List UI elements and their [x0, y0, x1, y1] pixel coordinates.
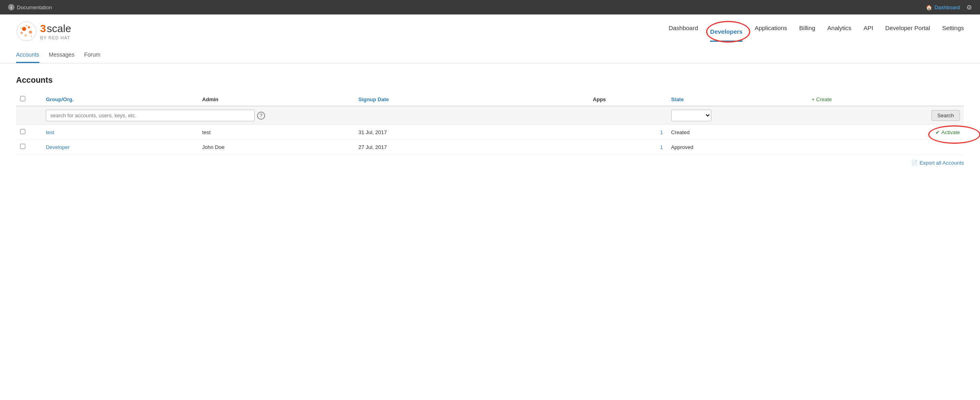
logo-icon	[16, 21, 37, 42]
col-header-apps: Apps	[589, 93, 667, 106]
header-top: 3scale BY RED HAT Dashboard Developers A…	[16, 21, 964, 42]
main-nav: Dashboard Developers Applications Billin…	[669, 24, 964, 38]
row-apps-developer: 1	[589, 140, 667, 155]
table-row: test test 31 Jul, 2017 1 Created ✔ Activ…	[16, 125, 964, 140]
svg-point-4	[29, 31, 32, 34]
row-admin-test: test	[198, 125, 354, 140]
search-input-wrap: ?	[46, 110, 585, 121]
page-title: Accounts	[16, 76, 964, 85]
nav-analytics[interactable]: Analytics	[827, 24, 851, 38]
logo-brand: BY RED HAT	[40, 35, 71, 40]
subnav-messages[interactable]: Messages	[49, 51, 75, 63]
row-signup-test: 31 Jul, 2017	[354, 125, 589, 140]
svg-point-3	[20, 32, 23, 34]
row-state-developer: Approved	[667, 140, 808, 155]
accounts-table: Group/Org. Admin Signup Date Apps State …	[16, 93, 964, 155]
svg-point-8	[26, 25, 27, 27]
account-link-developer[interactable]: Developer	[46, 144, 69, 150]
col-header-signup[interactable]: Signup Date	[354, 93, 589, 106]
help-icon[interactable]: ?	[257, 112, 265, 120]
export-row: 📄 Export all Accounts	[16, 155, 964, 166]
search-check-cell	[16, 106, 42, 125]
table-header-row: Group/Org. Admin Signup Date Apps State …	[16, 93, 964, 106]
top-bar-right: 🏠 Dashboard ⚙	[926, 4, 972, 11]
search-state-cell: Created Approved Rejected	[667, 106, 808, 125]
apps-link-developer[interactable]: 1	[660, 144, 663, 150]
nav-dashboard[interactable]: Dashboard	[669, 24, 698, 38]
col-header-action: + Create	[808, 93, 964, 106]
top-bar-dashboard-link[interactable]: 🏠 Dashboard	[926, 4, 960, 10]
apps-link-test[interactable]: 1	[660, 129, 663, 135]
svg-point-5	[24, 34, 27, 37]
home-icon: 🏠	[926, 4, 932, 10]
search-apps-cell	[589, 106, 667, 125]
activate-icon: ✔	[935, 129, 940, 135]
content-area: Accounts Group/Org. Admin Signup Date Ap…	[0, 63, 980, 178]
subnav-forum[interactable]: Forum	[84, 51, 100, 63]
row-signup-developer: 27 Jul, 2017	[354, 140, 589, 155]
row-admin-developer: John Doe	[198, 140, 354, 155]
search-input[interactable]	[46, 110, 255, 121]
nav-applications[interactable]: Applications	[755, 24, 787, 38]
row-action-developer	[808, 140, 964, 155]
gear-icon[interactable]: ⚙	[966, 4, 972, 11]
svg-point-7	[31, 35, 32, 37]
top-bar-left: i Documentation	[8, 4, 52, 10]
nav-billing[interactable]: Billing	[799, 24, 815, 38]
row-checkbox-test[interactable]	[20, 129, 25, 134]
developers-wrap: Developers	[710, 28, 743, 35]
svg-point-2	[28, 26, 30, 29]
col-header-admin: Admin	[198, 93, 354, 106]
row-group-developer: Developer	[42, 140, 198, 155]
search-action-cell: Search	[808, 106, 964, 125]
info-icon: i	[8, 4, 14, 10]
nav-api[interactable]: API	[864, 24, 873, 38]
table-row: Developer John Doe 27 Jul, 2017 1 Approv…	[16, 140, 964, 155]
row-checkbox-developer[interactable]	[20, 144, 25, 149]
row-group-test: test	[42, 125, 198, 140]
search-row: ? Created Approved Rejected Search	[16, 106, 964, 125]
state-select[interactable]: Created Approved Rejected	[671, 110, 711, 121]
nav-developer-portal[interactable]: Developer Portal	[885, 24, 930, 38]
top-bar-dashboard-label: Dashboard	[934, 4, 960, 10]
col-header-check	[16, 93, 42, 106]
col-header-group[interactable]: Group/Org.	[42, 93, 198, 106]
svg-point-6	[20, 27, 22, 29]
top-bar: i Documentation 🏠 Dashboard ⚙	[0, 0, 980, 14]
search-button[interactable]: Search	[931, 110, 960, 121]
main-header: 3scale BY RED HAT Dashboard Developers A…	[0, 14, 980, 63]
activate-button[interactable]: ✔ Activate	[935, 129, 960, 135]
col-header-state[interactable]: State	[667, 93, 808, 106]
account-link-test[interactable]: test	[46, 129, 54, 135]
select-all-checkbox[interactable]	[20, 96, 25, 101]
doc-label: Documentation	[17, 4, 52, 10]
subnav-accounts[interactable]: Accounts	[16, 51, 39, 63]
nav-settings[interactable]: Settings	[942, 24, 964, 38]
export-link[interactable]: 📄 Export all Accounts	[911, 160, 964, 166]
svg-point-0	[17, 22, 36, 41]
search-input-cell: ?	[42, 106, 589, 125]
activate-wrap: ✔ Activate	[935, 129, 960, 135]
svg-point-1	[22, 27, 26, 31]
row-check-test	[16, 125, 42, 140]
logo-area: 3scale BY RED HAT	[16, 21, 71, 42]
row-state-test: Created	[667, 125, 808, 140]
nav-developers[interactable]: Developers	[710, 28, 743, 42]
row-apps-test: 1	[589, 125, 667, 140]
export-icon: 📄	[911, 160, 918, 166]
row-check-developer	[16, 140, 42, 155]
sub-nav: Accounts Messages Forum	[16, 47, 964, 63]
row-action-test: ✔ Activate	[808, 125, 964, 140]
create-link[interactable]: + Create	[812, 96, 960, 102]
